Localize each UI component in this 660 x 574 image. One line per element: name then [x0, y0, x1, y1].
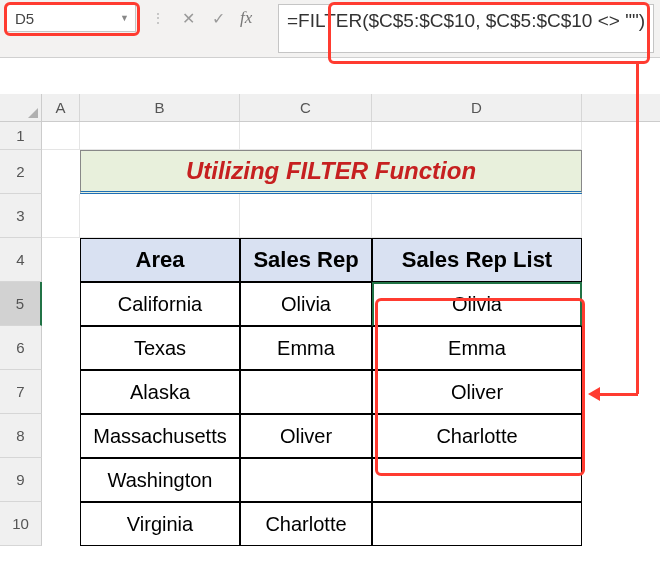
table-cell[interactable]: Charlotte [240, 502, 372, 546]
more-icon[interactable]: ⋮ [144, 6, 172, 30]
name-box-value: D5 [15, 10, 34, 27]
table-cell[interactable]: Emma [372, 326, 582, 370]
row-header-1[interactable]: 1 [0, 122, 42, 150]
cell[interactable] [42, 458, 80, 502]
header-rep[interactable]: Sales Rep [240, 238, 372, 282]
row-headers: 1 2 3 4 5 6 7 8 9 10 [0, 122, 42, 546]
col-header-b[interactable]: B [80, 94, 240, 121]
cell[interactable] [42, 122, 80, 150]
formula-bar-buttons: ⋮ ✕ ✓ [144, 4, 232, 53]
cell[interactable] [42, 194, 80, 238]
table-cell[interactable]: Oliver [372, 370, 582, 414]
table-cell[interactable]: Virginia [80, 502, 240, 546]
header-area[interactable]: Area [80, 238, 240, 282]
cell[interactable] [42, 150, 80, 194]
row-header-7[interactable]: 7 [0, 370, 42, 414]
name-box-dropdown-icon[interactable]: ▼ [120, 13, 129, 23]
formula-bar: D5 ▼ ⋮ ✕ ✓ fx =FILTER($C$5:$C$10, $C$5:$… [0, 0, 660, 58]
cell[interactable] [80, 122, 240, 150]
cell[interactable] [240, 122, 372, 150]
table-cell[interactable] [240, 458, 372, 502]
table-cell[interactable]: Oliver [240, 414, 372, 458]
select-all-corner[interactable] [0, 94, 42, 121]
table-cell[interactable]: California [80, 282, 240, 326]
row-header-5[interactable]: 5 [0, 282, 42, 326]
table-cell[interactable]: Washington [80, 458, 240, 502]
cell-grid: Utilizing FILTER Function Area Sales Rep… [42, 122, 660, 546]
name-box[interactable]: D5 ▼ [6, 4, 136, 32]
row-header-6[interactable]: 6 [0, 326, 42, 370]
cell[interactable] [372, 194, 582, 238]
title-cell[interactable]: Utilizing FILTER Function [80, 150, 582, 194]
row-header-3[interactable]: 3 [0, 194, 42, 238]
row-header-2[interactable]: 2 [0, 150, 42, 194]
cell[interactable] [80, 194, 240, 238]
table-cell[interactable]: Texas [80, 326, 240, 370]
table-cell[interactable]: Massachusetts [80, 414, 240, 458]
col-header-c[interactable]: C [240, 94, 372, 121]
cell[interactable] [42, 238, 80, 282]
table-cell[interactable]: Charlotte [372, 414, 582, 458]
table-cell[interactable]: Emma [240, 326, 372, 370]
table-cell[interactable] [240, 370, 372, 414]
cell[interactable] [42, 282, 80, 326]
cell[interactable] [372, 122, 582, 150]
active-cell[interactable]: Olivia [372, 282, 582, 326]
cell[interactable] [42, 414, 80, 458]
col-header-d[interactable]: D [372, 94, 582, 121]
header-list[interactable]: Sales Rep List [372, 238, 582, 282]
cell[interactable] [240, 194, 372, 238]
cell[interactable] [42, 326, 80, 370]
fx-icon[interactable]: fx [240, 4, 270, 53]
table-cell[interactable] [372, 502, 582, 546]
row-header-10[interactable]: 10 [0, 502, 42, 546]
cell[interactable] [42, 502, 80, 546]
cell[interactable] [42, 370, 80, 414]
row-header-4[interactable]: 4 [0, 238, 42, 282]
col-header-a[interactable]: A [42, 94, 80, 121]
enter-icon[interactable]: ✓ [204, 6, 232, 30]
column-headers: A B C D [0, 94, 660, 122]
row-header-9[interactable]: 9 [0, 458, 42, 502]
row-header-8[interactable]: 8 [0, 414, 42, 458]
cancel-icon[interactable]: ✕ [174, 6, 202, 30]
table-cell[interactable]: Alaska [80, 370, 240, 414]
formula-input[interactable]: =FILTER($C$5:$C$10, $C$5:$C$10 <> "") [278, 4, 654, 53]
worksheet: A B C D 1 2 3 4 5 6 7 8 9 10 [0, 94, 660, 546]
table-cell[interactable] [372, 458, 582, 502]
table-cell[interactable]: Olivia [240, 282, 372, 326]
